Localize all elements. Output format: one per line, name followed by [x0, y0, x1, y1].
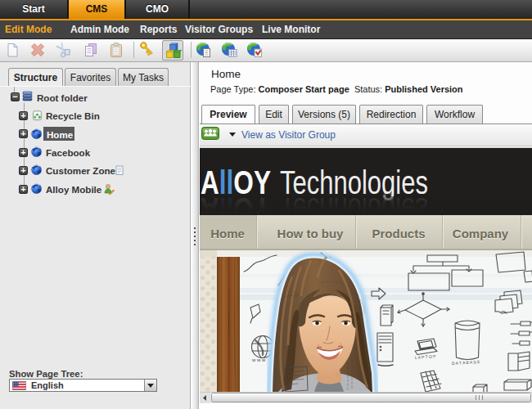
svg-text:w w w: w w w [251, 357, 266, 362]
svg-text:Company: Company [453, 227, 509, 240]
svg-text:How to buy: How to buy [277, 227, 344, 240]
svg-text:Home: Home [210, 227, 245, 240]
svg-text:Products: Products [372, 227, 425, 240]
